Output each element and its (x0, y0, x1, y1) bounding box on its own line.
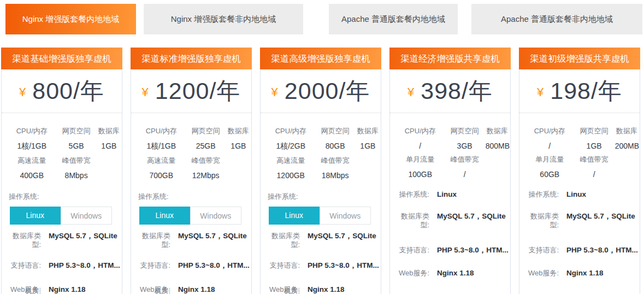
currency-symbol: ¥ (142, 85, 149, 99)
spec-value: 200MB (615, 142, 639, 150)
detail-value: Nginx 1.18 (437, 269, 474, 278)
detail-value: PHP 5.3~8.0，HTM... (566, 246, 638, 255)
detail-label: 机房: (135, 287, 170, 294)
detail-database-type: 数据库类型:MySQL 5.7，SQLite (519, 212, 640, 230)
spec-value: 60GB (526, 170, 574, 179)
detail-label: 支持语言: (6, 261, 41, 270)
spec-label: 单月流量 (397, 155, 444, 164)
currency-symbol: ¥ (537, 85, 543, 99)
toggle-option-windows[interactable]: Windows (61, 207, 113, 225)
spec-value: 25GB (185, 142, 227, 150)
tab-apache-basic-non-mainland[interactable]: Apache 普通版套餐非内地地域 (471, 4, 642, 34)
detail-database-type: 数据库类型:MySQL 5.7，SQLite (2, 232, 122, 249)
detail-os: 操作系统:Linux (390, 190, 510, 199)
spec-label: 高速流量 (8, 156, 56, 166)
detail-label: 操作系统: (394, 190, 429, 199)
spec-label: 峰值带宽 (574, 155, 615, 164)
detail-language: 支持语言:PHP 5.3~8.0，HTM... (261, 261, 381, 270)
spec-value: 100GB (397, 170, 444, 179)
detail-label: 数据库类型: (524, 212, 559, 230)
spec-value: 1核/1GB (8, 142, 56, 151)
os-toggle: Linux Windows (269, 207, 371, 225)
spec-item: 高速流量1200GB (267, 156, 315, 180)
spec-label: 网页空间 (574, 126, 615, 136)
os-value: Linux (566, 190, 586, 199)
spec-item-empty (615, 155, 639, 179)
detail-label: 数据库类型: (394, 212, 429, 230)
spec-label: 数据库 (486, 126, 509, 136)
plan-price: ¥ 800/年 (2, 69, 122, 113)
spec-value: 8Mbps (56, 171, 97, 180)
spec-value: 1GB (574, 142, 615, 150)
spec-item: 峰值带宽18Mbps (315, 156, 356, 180)
toggle-option-windows[interactable]: Windows (190, 207, 242, 225)
detail-value: PHP 5.3~8.0，HTM... (437, 246, 509, 255)
detail-value: MySQL 5.7，SQLite (178, 232, 247, 240)
spec-label: CPU/内存 (138, 126, 185, 136)
spec-grid: CPU/内存/ 网页空间1GB 数据库200MB 单月流量60GB 峰值带宽/ (519, 113, 640, 179)
spec-item: 单月流量100GB (397, 155, 444, 179)
toggle-option-linux[interactable]: Linux (139, 207, 190, 225)
detail-value: MySQL 5.7，SQLite (566, 212, 635, 221)
plan-title: 渠道基础增强版独享虚机 (1, 48, 122, 69)
spec-label: CPU/内存 (267, 126, 315, 136)
spec-item: 网页空间25GB (185, 126, 227, 151)
plan-price: ¥ 198/年 (519, 69, 640, 113)
spec-label: 高速流量 (267, 156, 315, 166)
detail-database-type: 数据库类型:MySQL 5.7，SQLite (261, 232, 381, 249)
tab-apache-basic-mainland[interactable]: Apache 普通版套餐内地地域 (329, 4, 458, 34)
detail-value: MySQL 5.7，SQLite (49, 232, 117, 240)
detail-database-type: 数据库类型:MySQL 5.7，SQLite (390, 212, 510, 230)
spec-label: 峰值带宽 (185, 156, 227, 166)
spec-item: 数据库1GB (227, 126, 250, 151)
spec-value: / (444, 170, 486, 179)
spec-item: 数据库1GB (356, 126, 380, 151)
plan-price: ¥ 2000/年 (261, 69, 381, 113)
spec-label: CPU/内存 (397, 126, 444, 136)
spec-item: 数据库800MB (486, 126, 509, 150)
spec-grid: CPU/内存1核/1GB 网页空间5GB 数据库1GB 高速流量400GB 峰值… (2, 113, 122, 180)
toggle-option-windows[interactable]: Windows (320, 207, 371, 225)
spec-item: 网页空间5GB (56, 126, 97, 151)
spec-value: 1GB (97, 142, 121, 150)
tab-nginx-enhanced-mainland[interactable]: Nginx 增强版套餐内地地域 (5, 4, 136, 34)
spec-value: 12Mbps (185, 171, 227, 180)
tab-nginx-enhanced-non-mainland[interactable]: Nginx 增强版套餐非内地地域 (144, 4, 303, 34)
spec-label: 网页空间 (315, 126, 356, 136)
detail-language: 支持语言:PHP 5.3~8.0，HTM... (131, 261, 251, 270)
plan-title: 渠道初级增强版共享虚机 (519, 48, 640, 69)
spec-value: / (526, 142, 574, 150)
spec-item-empty (356, 156, 380, 180)
detail-label: Web服务: (394, 269, 429, 278)
spec-value: 1GB (227, 142, 250, 150)
spec-item: CPU/内存1核/2GB (267, 126, 315, 151)
spec-item: 单月流量60GB (526, 155, 574, 179)
price-amount: 398/年 (421, 75, 493, 107)
os-toggle: Linux Windows (139, 207, 241, 225)
plan-title: 渠道标准增强版独享虚机 (131, 48, 252, 69)
plan-cards: 渠道基础增强版独享虚机 ¥ 800/年 CPU/内存1核/1GB 网页空间5GB… (1, 48, 640, 294)
detail-language: 支持语言:PHP 5.3~8.0，HTM... (390, 246, 510, 255)
detail-value: MySQL 5.7，SQLite (308, 232, 376, 240)
detail-label: 机房: (6, 287, 41, 294)
spec-value: 700GB (138, 171, 185, 180)
detail-language: 支持语言:PHP 5.3~8.0，HTM... (519, 246, 640, 255)
spec-item: 网页空间80GB (315, 126, 356, 151)
spec-value: 5GB (56, 142, 97, 150)
os-label: 操作系统: (138, 192, 251, 202)
spec-label: 峰值带宽 (444, 155, 486, 164)
detail-label: 机房: (265, 287, 300, 294)
spec-item: 数据库200MB (615, 126, 639, 150)
detail-value: PHP 5.3~8.0，HTM... (49, 261, 120, 270)
spec-label: 高速流量 (138, 156, 185, 166)
spec-value: 1200GB (267, 171, 315, 180)
currency-symbol: ¥ (19, 85, 26, 99)
detail-label: 数据库类型: (265, 232, 300, 249)
spec-label: 数据库 (97, 126, 121, 136)
os-label: 操作系统: (9, 192, 122, 202)
spec-item: 峰值带宽8Mbps (56, 156, 97, 180)
detail-web-service: Web服务:Nginx 1.18 (519, 269, 640, 278)
toggle-option-linux[interactable]: Linux (10, 207, 61, 225)
toggle-option-linux[interactable]: Linux (269, 207, 320, 225)
spec-label: 网页空间 (56, 126, 97, 136)
